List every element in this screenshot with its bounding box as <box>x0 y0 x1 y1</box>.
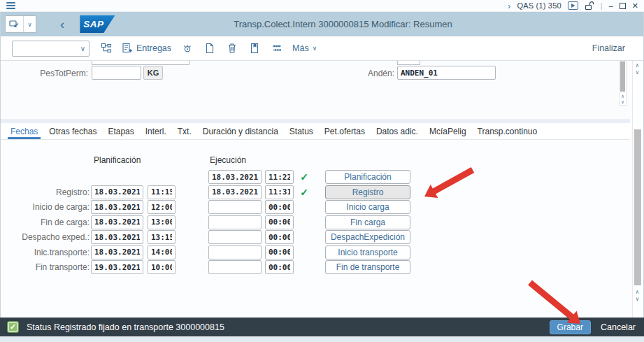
app-header: ∨ ‹ SAP Transp.Colect.Intern 3000000815 … <box>1 12 643 36</box>
form-scrollbar[interactable]: ∧ ∨ <box>619 61 627 106</box>
action-button-fin-carga[interactable]: Fin carga <box>325 215 410 229</box>
plan-date-input[interactable] <box>91 230 143 244</box>
row-label: Inic.transporte: <box>1 248 90 257</box>
grabar-button[interactable]: Grabar <box>550 320 591 334</box>
plan-date-input[interactable] <box>91 245 143 259</box>
exec-time-input[interactable] <box>265 245 294 259</box>
system-session-label: QAS (1) 350 <box>517 1 561 10</box>
delete-button[interactable] <box>222 39 241 57</box>
status-message: Status Registrado fijado en transporte 3… <box>27 322 224 332</box>
minimize-button[interactable]: – <box>609 2 613 10</box>
log-page-icon <box>249 43 260 54</box>
plan-date-input[interactable] <box>91 260 143 274</box>
date-row-planificacion: ✓ Planificación <box>1 170 410 184</box>
menu-icon[interactable] <box>6 2 15 9</box>
exec-date-input[interactable] <box>208 215 262 229</box>
exec-time-input[interactable] <box>265 215 294 229</box>
session-menu-button[interactable]: ∨ <box>5 15 36 33</box>
date-row-fin-carga: Fin de carga: Fin carga <box>1 215 410 229</box>
scrollbar-thumb[interactable] <box>620 62 625 92</box>
status-bar: ✓ Status Registrado fijado en transporte… <box>0 318 644 336</box>
page-scrollbar[interactable]: ∧ ∨ ∧ ∨ <box>632 61 642 318</box>
plan-time-input[interactable] <box>148 230 176 244</box>
exec-date-input[interactable] <box>208 260 262 274</box>
entregas-label: Entregas <box>136 43 171 53</box>
fechas-tab-content: Planificación Ejecución ✓ Planificación … <box>1 140 630 318</box>
tab-interl[interactable]: Interl. <box>145 123 166 139</box>
chevron-down-icon: ∨ <box>23 16 36 32</box>
exec-time-input[interactable] <box>265 230 294 244</box>
scrollbar-thumb[interactable] <box>634 129 641 285</box>
exec-time-input[interactable] <box>265 200 294 214</box>
scroll-up-icon[interactable]: ∧ <box>633 289 642 295</box>
action-button-inicio-transporte[interactable]: Inicio transporte <box>325 245 410 259</box>
hierarchy-button[interactable] <box>96 39 115 57</box>
action-button-inicio-carga[interactable]: Inicio carga <box>325 200 410 214</box>
tab-status[interactable]: Status <box>289 123 313 139</box>
chevron-right-icon[interactable]: › <box>508 1 510 10</box>
mas-menu-button[interactable]: Más ∨ <box>289 39 320 57</box>
action-button-planificacion[interactable]: Planificación <box>325 170 410 184</box>
tab-datos-adic[interactable]: Datos adic. <box>376 123 418 139</box>
tab-mciapelig[interactable]: McíaPelig <box>429 123 466 139</box>
tab-fechas[interactable]: Fechas <box>10 123 38 139</box>
pestotperm-input[interactable] <box>92 66 141 80</box>
tab-transp-continuo[interactable]: Transp.continuo <box>478 123 538 139</box>
exec-date-input[interactable] <box>208 170 262 184</box>
calculate-button[interactable] <box>267 39 286 57</box>
tab-strip: Fechas Otras fechas Etapas Interl. Txt. … <box>1 123 630 140</box>
entregas-button[interactable]: Entregas <box>119 39 174 57</box>
plan-date-input[interactable] <box>91 185 143 199</box>
command-combobox[interactable]: ∨ <box>12 41 90 57</box>
display-button[interactable] <box>178 39 196 57</box>
close-button[interactable]: ✕ <box>632 2 638 10</box>
window-bottom-edge <box>0 336 644 342</box>
exec-time-input[interactable] <box>265 260 294 274</box>
maximize-button[interactable] <box>620 3 626 9</box>
exec-time-input[interactable] <box>265 170 294 184</box>
window-titlebar: › QAS (1) 350 | – ✕ <box>0 0 644 12</box>
exec-date-input[interactable] <box>208 230 262 244</box>
back-button[interactable]: ‹ <box>60 17 64 31</box>
action-button-registro[interactable]: Registro <box>325 185 410 199</box>
command-input[interactable] <box>13 41 80 56</box>
tab-otras-fechas[interactable]: Otras fechas <box>49 123 96 139</box>
row-label: Fin de carga: <box>1 218 90 227</box>
finalizar-button[interactable]: Finalizar <box>592 43 625 53</box>
note-button[interactable] <box>200 39 219 57</box>
exec-date-input[interactable] <box>208 200 262 214</box>
weight-unit-field: KG <box>143 66 163 80</box>
exec-time-input[interactable] <box>265 185 294 199</box>
plan-date-input[interactable] <box>91 215 143 229</box>
scroll-down-icon[interactable]: ∨ <box>633 296 642 302</box>
date-row-registro: Registro: ✓ Registro <box>1 185 410 199</box>
script-play-icon[interactable] <box>568 1 578 10</box>
tab-etapas[interactable]: Etapas <box>108 123 134 139</box>
plan-time-input[interactable] <box>148 260 176 274</box>
trash-icon <box>227 43 238 54</box>
action-button-despacho-expedicion[interactable]: DespachExpedición <box>325 230 410 244</box>
plan-time-input[interactable] <box>148 245 176 259</box>
anden-input[interactable] <box>397 66 496 80</box>
tab-duracion-distancia[interactable]: Duración y distancia <box>203 123 278 139</box>
log-button[interactable] <box>245 39 264 57</box>
separator: | <box>601 1 603 10</box>
action-button-fin-transporte[interactable]: Fin de transporte <box>325 260 410 274</box>
sap-gui-window: › QAS (1) 350 | – ✕ ∨ ‹ SAP Transp.Colec… <box>0 0 644 342</box>
plan-time-input[interactable] <box>148 215 176 229</box>
exec-date-input[interactable] <box>208 245 262 259</box>
plan-time-input[interactable] <box>148 200 176 214</box>
scroll-up-icon[interactable]: ∧ <box>620 94 626 99</box>
plan-date-input[interactable] <box>91 200 143 214</box>
tab-pet-ofertas[interactable]: Pet.ofertas <box>324 123 365 139</box>
unlock-icon <box>585 1 594 10</box>
cancelar-button[interactable]: Cancelar <box>601 322 636 332</box>
exec-date-input[interactable] <box>208 185 262 199</box>
planificacion-column-header: Planificación <box>94 155 141 165</box>
plan-time-input[interactable] <box>148 185 176 199</box>
tab-txt[interactable]: Txt. <box>178 123 192 139</box>
scroll-down-icon[interactable]: ∨ <box>633 69 642 76</box>
anden-label: Andén: <box>329 69 394 78</box>
scroll-down-icon[interactable]: ∨ <box>620 99 626 104</box>
scroll-up-icon[interactable]: ∧ <box>633 62 642 69</box>
